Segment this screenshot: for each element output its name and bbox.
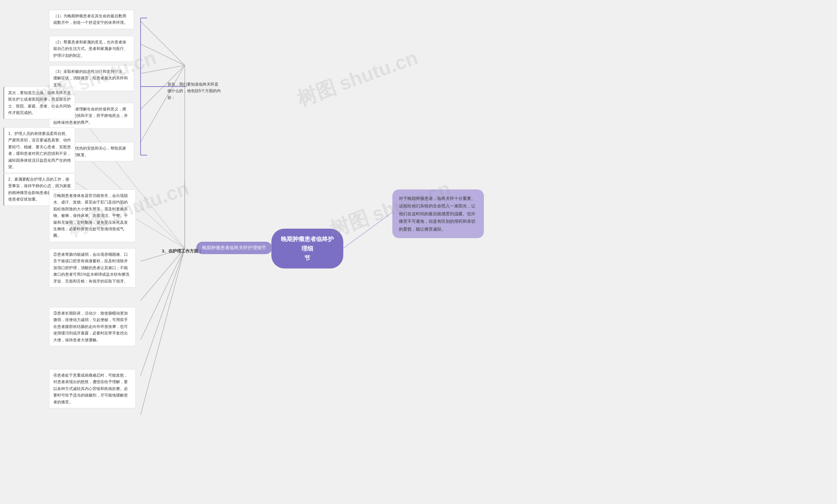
center-node: 晚期肿瘤患者临终护理细 节	[271, 229, 343, 268]
upper-item-2: （2）尊重患者和家属的意见，允许患者保留自己的生活方式。患者和家属参与医疗、护理…	[49, 36, 134, 62]
nursing-item-4: ④患者处于意重或病痛难忍时，可能发怒，对患者表现出的怒恨，遭愤应给予理解，要以各…	[49, 369, 136, 408]
svg-line-6	[141, 65, 185, 142]
left-main-item-1: 其次，要知道怎么做。临终关怀不是医生护士或者医院的事，而是医生护士、医院、家庭、…	[3, 87, 75, 119]
intro-text-box: 首先，我们要知道临终关怀是做什么的，他包括5个方面的内容：	[163, 78, 226, 104]
svg-line-15	[141, 248, 185, 415]
upper-item-1: （1）为晚期肿瘤患者在其生命的最后数周或数月中，创造一个舒适安宁的休养环境。	[49, 10, 134, 29]
left-main-item-2: 1、护理人员的表情要温柔而自然、严肃而亲切，语言要诚恳真挚、动作要轻巧、稳健、要…	[3, 127, 75, 173]
nursing-item-2: ②患者胃肠功能减弱，会出现吞咽困难、口舌干燥或口腔里有痰液蓄积，应及时清除并加强…	[49, 248, 136, 287]
svg-line-4	[141, 65, 185, 74]
svg-line-12	[141, 248, 185, 300]
svg-line-2	[141, 21, 185, 65]
svg-line-14	[141, 248, 185, 376]
right-info-node: 对于晚期肿瘤患者，临终关怀十分重要。这能给他们灰暗的生命照入一束阳光，让他们在这…	[392, 189, 484, 238]
canvas: 树图 shutu.cn 树图 shutu.cn 树图 shutu.cn 树图 s…	[0, 0, 837, 504]
nursing-item-1: ①晚期患者身体各器官功能丧失，会出现脱水、虚汗、发烧、甚至由于肛门及括约肌的肌松…	[49, 189, 136, 242]
watermark-2: 树图 shutu.cn	[293, 44, 422, 112]
svg-line-3	[141, 44, 185, 65]
nursing-intro-label: 3、在护理工作方面：	[162, 248, 202, 254]
svg-line-16	[343, 212, 392, 248]
svg-line-13	[141, 248, 185, 340]
left-branch-node: 晚期肿瘤患者临终关怀护理细节	[196, 242, 272, 254]
nursing-item-3: ③患者长期卧床，活动少，致使肠蠕动更加微弱，排便动力减弱，引起便秘，可用双手在患…	[49, 307, 136, 346]
